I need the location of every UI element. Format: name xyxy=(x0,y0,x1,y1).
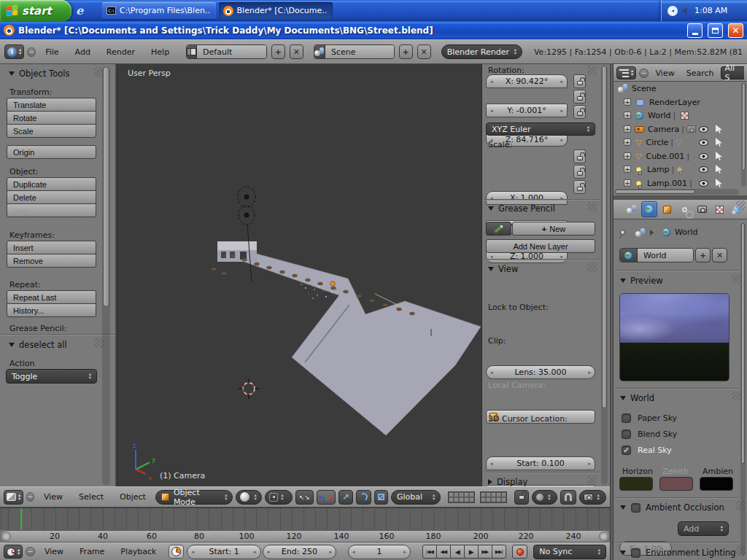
panel-resize-hatch[interactable] xyxy=(587,475,597,485)
world-panel-header[interactable]: World xyxy=(620,393,654,403)
tab-world[interactable] xyxy=(641,201,657,217)
jump-to-end-button[interactable] xyxy=(492,545,506,559)
manipulator-scale-button[interactable] xyxy=(374,490,388,505)
cursor-icon[interactable] xyxy=(716,125,722,133)
delete-scene-button[interactable]: ✕ xyxy=(417,44,431,59)
env-lighting-checkbox[interactable] xyxy=(631,548,640,558)
tab-object-data[interactable] xyxy=(694,201,710,217)
rotation-y-field[interactable]: ◂Y: -0.001°▸ xyxy=(486,104,568,117)
scrollbar-thumb[interactable] xyxy=(615,190,695,194)
lock-rotation-z-button[interactable] xyxy=(573,105,586,119)
eye-icon[interactable] xyxy=(699,153,708,160)
eye-icon[interactable] xyxy=(699,180,708,187)
scrollbar-end-handle[interactable] xyxy=(599,532,608,541)
layers-widget-left[interactable] xyxy=(448,491,475,503)
manipulator-rotate-button[interactable] xyxy=(356,490,371,505)
lock-rotation-x-button[interactable] xyxy=(573,74,586,88)
scale-button[interactable]: Scale xyxy=(7,124,96,138)
menu-playback[interactable]: Playback xyxy=(114,547,163,556)
screen-layout-selector[interactable]: Default xyxy=(186,44,267,59)
render-display-dropdown[interactable] xyxy=(532,490,557,505)
unlink-world-button[interactable]: ✕ xyxy=(712,248,727,262)
tab-object[interactable] xyxy=(659,201,675,217)
add-new-layer-button[interactable]: Add New Layer xyxy=(486,239,595,253)
remove-keyframe-button[interactable]: Remove xyxy=(7,254,96,268)
object-tools-panel-header[interactable]: Object Tools xyxy=(9,69,69,79)
duplicate-button[interactable]: Duplicate xyxy=(7,177,96,191)
zenith-color-swatch[interactable] xyxy=(659,477,693,491)
frame-start-field[interactable]: ◂Start: 1▸ xyxy=(187,545,260,559)
ao-panel-header[interactable]: Ambient Occlusion xyxy=(620,502,724,513)
menu-add[interactable]: Add xyxy=(69,47,97,57)
real-sky-checkbox[interactable] xyxy=(622,446,631,455)
expand-icon[interactable] xyxy=(624,112,631,119)
origin-button[interactable]: Origin xyxy=(7,145,96,159)
expand-icon[interactable] xyxy=(624,98,631,106)
eye-icon[interactable] xyxy=(699,139,708,146)
viewport-canvas[interactable]: z y x xyxy=(117,64,483,486)
history-button[interactable]: History... xyxy=(7,303,96,317)
delete-button[interactable]: Delete xyxy=(7,190,96,204)
view-panel-header[interactable]: View xyxy=(488,264,518,274)
building-roof[interactable] xyxy=(217,241,257,250)
cursor-icon[interactable] xyxy=(716,138,722,147)
editor-type-button[interactable] xyxy=(616,66,636,79)
pivot-dropdown[interactable] xyxy=(265,490,292,505)
cursor-icon[interactable] xyxy=(716,179,722,187)
lock-scale-y-button[interactable] xyxy=(573,165,586,179)
editor-type-button[interactable] xyxy=(4,44,24,59)
lock-to-scene-button[interactable] xyxy=(514,490,529,505)
outliner-row-lamp001[interactable]: Lamp.001 | xyxy=(614,176,704,190)
outliner-row-cube001[interactable]: Cube.001 | xyxy=(614,149,701,163)
menu-render[interactable]: Render xyxy=(100,47,142,57)
start-button[interactable]: start xyxy=(0,0,71,21)
ambient-color-swatch[interactable] xyxy=(700,477,733,491)
play-reverse-button[interactable] xyxy=(450,545,465,559)
layers-widget-right[interactable] xyxy=(480,491,507,503)
mode-dropdown[interactable]: Object Mode xyxy=(155,490,233,505)
grease-draw-button[interactable] xyxy=(486,222,511,236)
world-id-field[interactable]: World xyxy=(619,248,694,262)
close-button[interactable]: ✕ xyxy=(728,23,743,38)
tab-constraints[interactable] xyxy=(676,201,692,217)
tool-shelf-scrollbar[interactable] xyxy=(102,66,110,485)
outliner-row-renderlayer[interactable]: RenderLayer xyxy=(614,96,700,109)
scene-selector[interactable]: Scene xyxy=(314,44,395,59)
menu-object[interactable]: Object xyxy=(113,492,152,502)
join-button[interactable]: Join xyxy=(7,203,96,217)
opengl-render-dropdown[interactable] xyxy=(579,490,606,505)
menu-frame[interactable]: Frame xyxy=(73,547,111,556)
editor-type-button[interactable] xyxy=(4,545,23,559)
repeat-last-button[interactable]: Repeat Last xyxy=(7,290,96,304)
editor-type-button[interactable] xyxy=(4,490,23,505)
menu-view[interactable]: View xyxy=(38,547,70,556)
horizon-color-swatch[interactable] xyxy=(619,477,653,491)
use-preview-range-button[interactable] xyxy=(169,545,184,559)
ie-icon[interactable]: e xyxy=(76,4,83,18)
eye-icon[interactable] xyxy=(699,126,708,133)
collapse-menus-button[interactable] xyxy=(639,69,648,78)
pin-icon[interactable] xyxy=(619,229,627,236)
collapse-menus-button[interactable] xyxy=(27,47,36,57)
manipulate-centers-button[interactable] xyxy=(295,490,314,505)
outliner-row-scene[interactable]: Scene xyxy=(614,82,657,95)
menu-search[interactable]: Search xyxy=(682,69,719,78)
current-frame-field[interactable]: ◂1▸ xyxy=(348,545,411,559)
tab-scene[interactable] xyxy=(624,201,640,217)
grease-pencil-panel-header[interactable]: Grease Pencil xyxy=(488,203,555,214)
restore-button[interactable] xyxy=(708,23,723,38)
taskbar-item-blender[interactable]: Blender* [C:\Docume... xyxy=(219,2,333,19)
rotation-x-field[interactable]: ◂X: 90.422°▸ xyxy=(486,74,568,88)
manipulator-toggle-button[interactable] xyxy=(317,490,336,505)
jump-to-start-button[interactable] xyxy=(422,545,437,559)
collapse-menus-button[interactable] xyxy=(26,492,34,502)
outliner-row-camera[interactable]: Camera | xyxy=(614,122,705,136)
manipulator-translate-button[interactable] xyxy=(338,490,353,505)
scrollbar-thumb[interactable] xyxy=(741,223,745,464)
add-layout-button[interactable]: + xyxy=(271,44,285,59)
panel-resize-hatch[interactable] xyxy=(587,262,597,272)
clip-start-field[interactable]: ◂Start: 0.100▸ xyxy=(486,456,595,470)
scrollbar-end-handle[interactable] xyxy=(1,532,11,541)
menu-help[interactable]: Help xyxy=(144,47,176,57)
scrollbar-thumb[interactable] xyxy=(103,66,109,307)
